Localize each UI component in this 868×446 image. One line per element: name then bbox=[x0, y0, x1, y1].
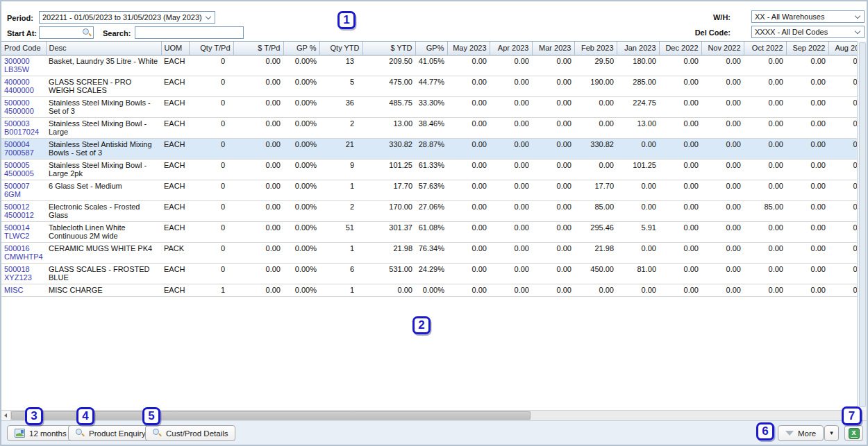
del-code-label: Del Code: bbox=[695, 28, 731, 37]
prod-code-link[interactable]: 500016 bbox=[4, 244, 43, 252]
month-value-cell: 285.00 bbox=[617, 76, 659, 96]
prod-code-link[interactable]: 500000 bbox=[4, 98, 43, 107]
column-header-prod-code[interactable]: Prod Code bbox=[1, 42, 46, 55]
column-header-qty-t-pd[interactable]: Qty T/Pd bbox=[189, 42, 233, 55]
month-value-cell: 0.00 bbox=[659, 96, 701, 117]
prod-code-link[interactable]: 4400000 bbox=[4, 86, 43, 94]
month-value-cell: 0.00 bbox=[744, 96, 786, 117]
column-header--ytd[interactable]: $ YTD bbox=[362, 42, 415, 55]
column-header-uom[interactable]: UOM bbox=[161, 42, 189, 55]
more-dropdown-arrow-button[interactable]: ▾ bbox=[824, 425, 839, 441]
prod-code-link[interactable]: 6GM bbox=[4, 190, 43, 198]
twelve-months-label: 12 months bbox=[29, 429, 67, 438]
prod-code-link[interactable]: 500004 bbox=[4, 140, 43, 148]
column-header-gp-[interactable]: GP% bbox=[415, 42, 447, 55]
warehouse-select[interactable]: XX - All Warehouses bbox=[751, 10, 865, 23]
prod-code-link[interactable]: 7000587 bbox=[4, 148, 43, 157]
month-value-cell: 295.46 bbox=[574, 221, 617, 242]
prod-code-link[interactable]: 4500000 bbox=[4, 107, 43, 115]
prod-code-link[interactable]: 4500012 bbox=[4, 211, 43, 219]
scroll-left-arrow-icon[interactable] bbox=[1, 411, 11, 420]
column-header-gp-[interactable]: GP % bbox=[283, 42, 319, 55]
month-value-cell: 0.00 bbox=[828, 55, 857, 76]
start-at-input[interactable] bbox=[39, 26, 94, 39]
prod-code-link[interactable]: B0017024 bbox=[4, 128, 43, 136]
table-row[interactable]: 5000124500012Electronic Scales - Frosted… bbox=[1, 200, 857, 221]
month-value-cell: 0.00 bbox=[532, 242, 574, 263]
month-value-cell: 0.00 bbox=[617, 242, 659, 263]
twelve-months-button[interactable]: 12 months bbox=[7, 425, 74, 441]
column-header-nov-2022[interactable]: Nov 2022 bbox=[701, 42, 744, 55]
month-value-cell: 0.00 bbox=[744, 159, 786, 180]
desc-cell: 6 Glass Set - Medium bbox=[46, 180, 161, 200]
annotation-badge-4: 4 bbox=[76, 407, 94, 425]
table-row[interactable]: 5000076GM6 Glass Set - MediumEACH00.000.… bbox=[1, 180, 857, 200]
table-row[interactable]: 4000004400000GLASS SCREEN - PRO WEIGH SC… bbox=[1, 76, 857, 96]
column-header-feb-2023[interactable]: Feb 2023 bbox=[574, 42, 617, 55]
prod-code-link[interactable]: CMWHTP4 bbox=[4, 252, 43, 261]
desc-cell: GLASS SCALES - FROSTED BLUE bbox=[46, 263, 161, 284]
month-value-cell: 0.00 bbox=[701, 96, 744, 117]
column-header-apr-2023[interactable]: Apr 2023 bbox=[490, 42, 532, 55]
column-header-jan-2023[interactable]: Jan 2023 bbox=[617, 42, 659, 55]
excel-export-button[interactable] bbox=[844, 425, 863, 441]
table-row[interactable]: 5000047000587Stainless Steel Antiskid Mi… bbox=[1, 138, 857, 159]
month-value-cell: 0.00 bbox=[490, 55, 532, 76]
period-label: Period: bbox=[7, 14, 33, 22]
cust-prod-details-button[interactable]: Cust/Prod Details bbox=[145, 425, 235, 441]
uom-cell: EACH bbox=[161, 76, 189, 96]
prod-code-cell: 5000054500005 bbox=[1, 159, 46, 180]
prod-code-link[interactable]: 500005 bbox=[4, 161, 43, 169]
column-header--t-pd[interactable]: $ T/Pd bbox=[233, 42, 283, 55]
table-row[interactable]: 500016CMWHTP4CERAMIC MUGS WHITE PK4PACK0… bbox=[1, 242, 857, 263]
app-window: Period: 202211 - 01/05/2023 to 31/05/202… bbox=[0, 0, 868, 446]
annotation-badge-3: 3 bbox=[25, 407, 43, 425]
column-header-may-2023[interactable]: May 2023 bbox=[447, 42, 490, 55]
prod-code-link[interactable]: 500003 bbox=[4, 119, 43, 128]
product-grid: Prod CodeDescUOMQty T/Pd$ T/PdGP %Qty YT… bbox=[1, 41, 857, 410]
gp-tpd-cell: 0.00% bbox=[283, 138, 319, 159]
period-select[interactable]: 202211 - 01/05/2023 to 31/05/2023 (May 2… bbox=[39, 11, 215, 24]
column-header-sep-2022[interactable]: Sep 2022 bbox=[786, 42, 828, 55]
column-header-dec-2022[interactable]: Dec 2022 bbox=[659, 42, 701, 55]
product-enquiry-button[interactable]: Product Enquiry bbox=[68, 425, 153, 441]
horizontal-scrollbar[interactable] bbox=[1, 410, 857, 420]
table-row[interactable]: 500014TLWC2Tablecloth Linen White Contin… bbox=[1, 221, 857, 242]
vertical-scrollbar-thumb[interactable] bbox=[859, 42, 866, 407]
prod-code-link[interactable]: 500012 bbox=[4, 203, 43, 211]
table-row[interactable]: 500003B0017024Stainless Steel Mixing Bow… bbox=[1, 117, 857, 138]
prod-code-link[interactable]: XYZ123 bbox=[4, 273, 43, 282]
table-row[interactable]: 5000054500005Stainless Steel Mixing Bowl… bbox=[1, 159, 857, 180]
del-code-select[interactable]: XXXX - All Del Codes bbox=[751, 26, 865, 38]
column-header-qty-ytd[interactable]: Qty YTD bbox=[319, 42, 362, 55]
month-value-cell: 0.00 bbox=[659, 159, 701, 180]
prod-code-link[interactable]: 300000 bbox=[4, 57, 43, 65]
month-value-cell: 0.00 bbox=[532, 284, 574, 296]
month-value-cell: 0.00 bbox=[574, 117, 617, 138]
prod-code-link[interactable]: 500014 bbox=[4, 223, 43, 232]
search-input[interactable] bbox=[135, 26, 244, 39]
month-value-cell: 0.00 bbox=[744, 76, 786, 96]
prod-code-link[interactable]: 400000 bbox=[4, 78, 43, 86]
prod-code-link[interactable]: TLWC2 bbox=[4, 232, 43, 240]
column-header-oct-2022[interactable]: Oct 2022 bbox=[744, 42, 786, 55]
month-value-cell: 0.00 bbox=[744, 117, 786, 138]
more-button[interactable]: More bbox=[778, 425, 824, 441]
month-value-cell: 0.00 bbox=[828, 180, 857, 200]
column-header-aug-2022[interactable]: Aug 2022 bbox=[828, 42, 857, 55]
column-header-desc[interactable]: Desc bbox=[46, 42, 161, 55]
table-row[interactable]: 5000004500000Stainless Steel Mixing Bowl… bbox=[1, 96, 857, 117]
search-icon[interactable] bbox=[83, 28, 92, 37]
amt-ytd-cell: 330.82 bbox=[362, 138, 415, 159]
prod-code-link[interactable]: 500018 bbox=[4, 265, 43, 273]
table-row[interactable]: 500018XYZ123GLASS SCALES - FROSTED BLUEE… bbox=[1, 263, 857, 284]
vertical-scrollbar[interactable] bbox=[857, 41, 867, 410]
prod-code-link[interactable]: MISC bbox=[4, 286, 43, 294]
table-row[interactable]: 300000LB35WBasket, Laundry 35 Litre - Wh… bbox=[1, 55, 857, 76]
amt-tpd-cell: 0.00 bbox=[233, 263, 283, 284]
prod-code-link[interactable]: LB35W bbox=[4, 65, 43, 74]
column-header-mar-2023[interactable]: Mar 2023 bbox=[532, 42, 574, 55]
prod-code-link[interactable]: 4500005 bbox=[4, 169, 43, 178]
table-row[interactable]: MISCMISC CHARGEEACH10.000.00%10.000.00%0… bbox=[1, 284, 857, 296]
prod-code-link[interactable]: 500007 bbox=[4, 182, 43, 190]
